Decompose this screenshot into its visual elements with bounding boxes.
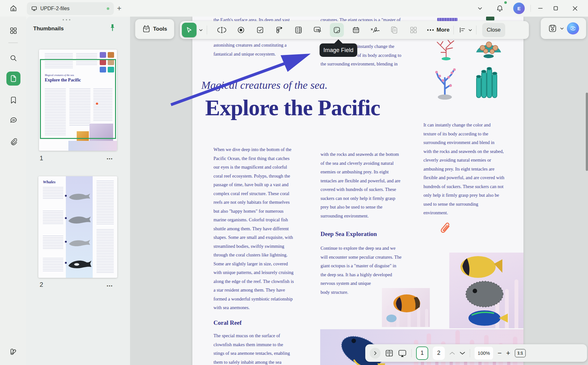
previous-page-button[interactable] <box>449 351 455 355</box>
document-tab[interactable]: UPDF-2-files <box>27 2 114 15</box>
divider <box>476 26 476 34</box>
image-field-tooltip: Image Field <box>320 43 357 57</box>
viewport-indicator[interactable] <box>40 59 116 139</box>
signature-field-button[interactable] <box>368 23 382 37</box>
duplicate-field-button[interactable] <box>387 23 401 37</box>
doc-deepsea-heading: Deep Sea Exploration <box>321 231 377 238</box>
more-button[interactable]: More <box>427 27 450 33</box>
palette-icon <box>10 348 17 356</box>
zoom-out-button[interactable]: − <box>498 350 502 356</box>
actual-size-button[interactable]: 1:1 <box>515 349 526 357</box>
combo-box-field-button[interactable] <box>272 23 286 37</box>
field-layout-button[interactable] <box>406 23 421 37</box>
page-2-label: 2 <box>40 281 43 288</box>
zoom-level-box[interactable]: 100% <box>475 347 493 360</box>
updf-window: the Earth's surface area. Its deep and v… <box>0 0 588 365</box>
page-icon <box>10 75 17 82</box>
doc-topmid-line2: of its body according to <box>357 51 401 60</box>
collapse-chevron-button[interactable] <box>474 2 486 15</box>
cursor-icon <box>186 27 193 34</box>
avatar[interactable]: E <box>513 3 525 14</box>
collapse-bar-button[interactable] <box>370 348 381 359</box>
pdf-page[interactable]: the Earth's surface area. Its deep and v… <box>192 17 523 365</box>
tools-label: Tools <box>153 26 167 32</box>
tools-button[interactable]: Tools <box>135 19 174 39</box>
photo-clownfish <box>382 288 430 327</box>
coral-image-teal-tubes <box>474 67 501 100</box>
bookmarks-button[interactable] <box>6 93 20 107</box>
whale-1 <box>68 191 91 202</box>
panel-drag-handle[interactable] <box>63 19 70 20</box>
presentation-button[interactable] <box>398 349 407 357</box>
date-field-button[interactable] <box>349 23 363 37</box>
titlebar-right: E <box>474 0 588 17</box>
thumbnail-2-menu[interactable]: ••• <box>107 284 113 288</box>
maximize-button[interactable] <box>549 2 562 15</box>
thumbnail-1-menu[interactable]: ••• <box>107 156 113 161</box>
pin-panel-button[interactable] <box>109 24 116 32</box>
doc-left-column: When we dive deep into the bottom of the… <box>213 145 294 312</box>
appearance-button[interactable] <box>6 345 20 359</box>
left-icon-rail <box>0 17 26 365</box>
text-field-button[interactable] <box>215 23 229 37</box>
panels-grid-button[interactable] <box>6 24 20 38</box>
attachments-button[interactable] <box>6 135 20 149</box>
ellipsis-icon <box>427 29 434 31</box>
minimize-button[interactable] <box>534 2 547 15</box>
save-button[interactable] <box>548 24 557 33</box>
page-2-button[interactable]: 2 <box>433 346 445 360</box>
doc-topmid-line1: instantly change the <box>357 42 394 51</box>
thumbnail-page-2[interactable]: Whales <box>38 176 117 278</box>
chevron-down-icon <box>468 28 472 32</box>
thumbnail-page-1[interactable]: Magical creatures of the sea. Explore th… <box>39 49 117 151</box>
coral-image-blue-pink <box>432 65 458 100</box>
home-button[interactable] <box>6 2 20 15</box>
search-icon <box>10 54 17 62</box>
list-box-field-button[interactable] <box>291 23 306 37</box>
button-field-button[interactable]: OK <box>311 23 325 37</box>
more-label: More <box>437 27 450 33</box>
image-field-button[interactable] <box>330 23 344 37</box>
date-field-icon <box>352 26 360 34</box>
select-tool-chevron[interactable] <box>199 28 203 32</box>
mini-title-2: Whales <box>43 179 56 185</box>
book-view-button[interactable] <box>385 349 393 357</box>
ai-assistant-button[interactable] <box>567 22 579 34</box>
align-icon <box>459 27 466 33</box>
page-1-label: 1 <box>40 155 43 162</box>
tab-title: UPDF-2-files <box>40 6 107 11</box>
radio-icon <box>237 26 245 34</box>
thumbnails-tab-button[interactable] <box>6 72 20 86</box>
select-tool-button[interactable] <box>182 23 197 37</box>
doc-mid-column: with the rocks and seaweeds at the botto… <box>321 150 400 220</box>
bookmark-icon <box>10 96 17 104</box>
close-window-button[interactable] <box>569 2 581 15</box>
comments-button[interactable] <box>6 113 20 127</box>
next-page-button[interactable] <box>460 351 465 355</box>
notification-dot <box>504 1 507 4</box>
whale-3 <box>68 237 91 248</box>
close-toolbar-button[interactable]: Close <box>482 23 505 37</box>
notifications-button[interactable] <box>493 2 506 15</box>
document-canvas[interactable]: the Earth's surface area. Its deep and v… <box>130 17 588 365</box>
doc-topleft-paragraph: astonishing creatures and constituting a… <box>213 41 287 58</box>
checkbox-field-button[interactable] <box>253 23 267 37</box>
tools-icon <box>142 25 151 33</box>
new-tab-button[interactable]: + <box>117 4 121 12</box>
radio-button-field-button[interactable] <box>234 23 248 37</box>
divider <box>207 26 207 34</box>
save-options-chevron[interactable] <box>560 27 564 31</box>
button-field-icon: OK <box>313 26 322 34</box>
grid-icon <box>10 27 17 34</box>
unsaved-dot <box>107 7 109 10</box>
ai-icon <box>569 25 577 32</box>
vertical-scrollbar[interactable] <box>586 17 588 365</box>
alignment-button[interactable] <box>459 27 472 33</box>
page-1-button[interactable]: 1 <box>416 346 428 360</box>
thumbnails-panel: Thumbnails Magical creatures of the sea.… <box>26 17 130 365</box>
coral-image-mushroom <box>473 38 504 59</box>
zoom-in-button[interactable]: + <box>506 350 510 356</box>
scrollbar-thumb[interactable] <box>586 93 588 171</box>
search-button[interactable] <box>6 51 20 65</box>
combo-box-icon <box>275 26 283 34</box>
